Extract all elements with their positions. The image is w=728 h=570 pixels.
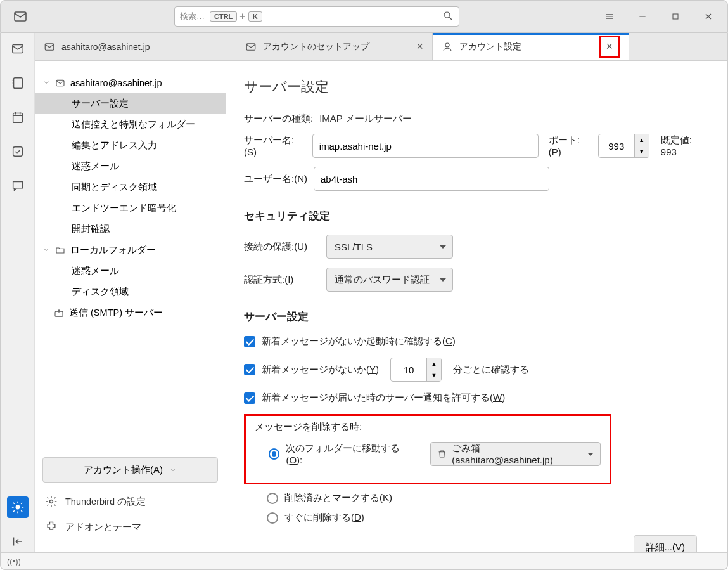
sidebar-item-receipts[interactable]: 開封確認 xyxy=(35,219,226,240)
svg-rect-11 xyxy=(56,80,64,86)
button-label: アカウント操作(A) xyxy=(84,464,163,476)
sidebar-item-label: 迷惑メール xyxy=(72,265,119,277)
move-to-folder-label: 次のフォルダーに移動する(O): xyxy=(286,443,411,465)
thunderbird-settings-link[interactable]: Thunderbird の設定 xyxy=(45,495,215,508)
addons-link[interactable]: アドオンとテーマ xyxy=(45,521,215,533)
svg-rect-2 xyxy=(673,14,678,19)
connection-select[interactable]: SSL/TLS xyxy=(326,235,453,259)
sidebar-account-head[interactable]: asahitaro@asahinet.jp xyxy=(35,72,226,93)
svg-point-10 xyxy=(445,43,449,47)
delete-immediately-radio[interactable] xyxy=(267,512,278,524)
svg-rect-8 xyxy=(45,43,54,50)
minimize-icon xyxy=(637,11,648,22)
svg-point-7 xyxy=(16,505,20,509)
sidebar-item-copies[interactable]: 送信控えと特別なフォルダー xyxy=(35,114,226,135)
sidebar-item-junk[interactable]: 迷惑メール xyxy=(35,156,226,177)
spin-up[interactable]: ▲ xyxy=(635,134,649,146)
hamburger-icon xyxy=(604,11,615,22)
rail-mail[interactable] xyxy=(7,38,29,60)
port-input[interactable] xyxy=(599,141,634,152)
tab-label: asahitaro@asahinet.jp xyxy=(61,42,150,52)
chevron-down-icon xyxy=(42,245,51,256)
check-interval-label: 新着メッセージがないか(Y) xyxy=(262,364,379,376)
minimize-button[interactable] xyxy=(629,4,656,29)
port-label: ポート:(P) xyxy=(549,134,592,157)
auth-select[interactable]: 通常のパスワード認証 xyxy=(326,268,453,292)
rail-settings[interactable] xyxy=(7,496,29,518)
close-window-button[interactable] xyxy=(694,4,722,29)
sidebar-item-label: asahitaro@asahinet.jp xyxy=(70,78,162,88)
server-settings-heading: サーバー設定 xyxy=(244,309,710,324)
rail-calendar[interactable] xyxy=(7,107,29,128)
tab-account-setup[interactable]: アカウントのセットアップ × xyxy=(236,33,433,60)
svg-point-1 xyxy=(444,12,450,18)
interval-stepper[interactable]: ▲▼ xyxy=(390,358,442,382)
interval-input[interactable] xyxy=(391,365,426,375)
tab-label: アカウント設定 xyxy=(459,41,521,53)
tab-label: アカウントのセットアップ xyxy=(263,41,369,53)
server-notify-checkbox[interactable] xyxy=(244,392,255,404)
auth-label: 認証方式:(I) xyxy=(244,274,320,286)
mail-icon xyxy=(13,9,28,24)
account-actions-button[interactable]: アカウント操作(A) xyxy=(42,457,218,483)
search-placeholder: 検索… xyxy=(180,11,205,22)
detail-button[interactable]: 詳細...(V) xyxy=(634,535,698,552)
kbd-plus: + xyxy=(239,11,245,22)
outbox-icon xyxy=(54,308,65,318)
calendar-icon xyxy=(11,110,25,124)
sidebar-item-label: 編集とアドレス入力 xyxy=(72,139,157,152)
svg-rect-9 xyxy=(246,43,255,50)
sidebar-item-composition[interactable]: 編集とアドレス入力 xyxy=(35,135,226,156)
default-port-label: 既定値: 993 xyxy=(661,134,710,157)
mark-deleted-label: 削除済みとマークする(K) xyxy=(284,492,392,504)
select-value: ごみ箱 (asahitaro@asahinet.jp) xyxy=(452,443,578,465)
rail-chat[interactable] xyxy=(7,175,29,197)
check-on-startup-checkbox[interactable] xyxy=(244,336,255,347)
spin-up[interactable]: ▲ xyxy=(427,358,441,370)
mark-deleted-radio[interactable] xyxy=(267,493,278,504)
sidebar-item-sync[interactable]: 同期とディスク領域 xyxy=(35,177,226,198)
interval-suffix: 分ごとに確認する xyxy=(453,364,529,376)
trash-folder-select[interactable]: ごみ箱 (asahitaro@asahinet.jp) xyxy=(430,442,601,466)
tasks-icon xyxy=(11,145,25,159)
sidebar-item-e2e[interactable]: エンドツーエンド暗号化 xyxy=(35,198,226,219)
spin-down[interactable]: ▼ xyxy=(427,370,441,381)
chevron-down-icon xyxy=(42,78,51,88)
tab-close-button[interactable]: × xyxy=(416,40,423,53)
hamburger-button[interactable] xyxy=(596,4,623,29)
select-value: 通常のパスワード認証 xyxy=(335,274,430,286)
mail-icon xyxy=(245,41,257,53)
search-button[interactable] xyxy=(442,10,454,23)
close-icon xyxy=(703,11,713,22)
sidebar-item-smtp[interactable]: 送信 (SMTP) サーバー xyxy=(35,302,226,323)
sidebar-item-label: ローカルフォルダー xyxy=(70,244,156,256)
sidebar-item-server-settings[interactable]: サーバー設定 xyxy=(35,93,226,114)
server-type-label: サーバーの種類: xyxy=(244,113,313,125)
server-name-input[interactable] xyxy=(312,134,539,158)
maximize-icon xyxy=(670,11,680,22)
mail-icon xyxy=(11,42,25,56)
maximize-button[interactable] xyxy=(661,4,689,29)
tab-mail-account[interactable]: asahitaro@asahinet.jp xyxy=(35,33,236,60)
sidebar-item-local-disk[interactable]: ディスク領域 xyxy=(35,282,226,302)
move-to-folder-radio[interactable] xyxy=(269,448,279,460)
trash-icon xyxy=(437,449,447,459)
tab-close-button[interactable]: × xyxy=(606,40,613,53)
security-heading: セキュリティ設定 xyxy=(244,209,710,223)
svg-point-13 xyxy=(50,500,53,503)
sidebar-local-folders[interactable]: ローカルフォルダー xyxy=(35,240,226,261)
tab-account-settings[interactable]: アカウント設定 × xyxy=(433,33,629,60)
sidebar-item-label: エンドツーエンド暗号化 xyxy=(72,202,176,214)
mail-icon xyxy=(55,78,67,88)
search-input[interactable]: 検索… CTRL + K xyxy=(174,6,459,27)
svg-rect-5 xyxy=(13,113,22,123)
port-stepper[interactable]: ▲▼ xyxy=(598,134,649,158)
rail-address-book[interactable] xyxy=(7,72,29,94)
check-interval-checkbox[interactable] xyxy=(244,364,255,375)
sidebar-item-local-junk[interactable]: 迷惑メール xyxy=(35,261,226,282)
username-input[interactable] xyxy=(314,167,549,191)
spin-down[interactable]: ▼ xyxy=(635,146,649,157)
rail-collapse[interactable] xyxy=(7,531,29,552)
rail-tasks[interactable] xyxy=(7,141,29,162)
sidebar-item-label: 送信控えと特別なフォルダー xyxy=(72,119,195,131)
